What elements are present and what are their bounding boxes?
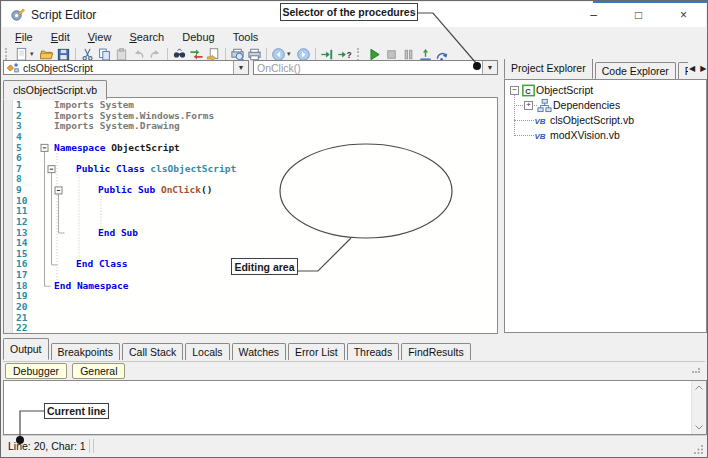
window-controls: – □ × [571,2,706,27]
code-line[interactable]: 10 [4,196,497,207]
debugger-channel-button[interactable]: Debugger [5,363,67,379]
toolbar-group-grip [357,48,362,61]
editing-area-annotation: Editing area [231,258,298,275]
output-scrollbar[interactable] [691,381,706,434]
tab-findresults[interactable]: FindResults [401,343,470,360]
file-tab[interactable]: clsObjectScript.vb [3,80,107,100]
general-channel-button[interactable]: General [72,363,125,379]
svg-text:VB: VB [534,117,545,126]
scroll-down-icon[interactable] [692,421,706,434]
resize-grip[interactable] [694,444,704,454]
line-number: 22 [16,323,27,334]
menu-view[interactable]: View [79,29,121,45]
script-editor-window: Script Editor – □ × FileEditViewSearchDe… [0,0,708,458]
dependencies-icon [537,98,552,113]
code-line[interactable]: 22 [4,323,497,334]
status-divider [89,439,90,453]
line-number: 20 [16,302,27,313]
code-line[interactable]: 18End Namespace [4,281,497,292]
toolbar-separator [266,48,267,61]
tab-locals[interactable]: Locals [185,343,229,360]
dropdown-caret-icon[interactable]: ▾ [287,50,295,58]
code-line[interactable]: 8 [4,174,497,185]
menu-bar: FileEditViewSearchDebugTools [2,27,706,46]
tree-item-objectscript[interactable]: ObjectScript [536,84,593,96]
svg-text:?: ? [346,49,351,59]
code-line[interactable]: 9Public Sub OnClick() [4,185,497,196]
vb-file-icon: VB [534,113,549,128]
tab-threads[interactable]: Threads [347,343,400,360]
editor-lines: 1Imports System2Imports System.Windows.F… [4,100,497,334]
svg-text:C: C [525,87,531,96]
app-icon [10,7,25,22]
tab-propert[interactable]: Propert [678,62,688,79]
code-line[interactable]: 14 [4,238,497,249]
menu-file[interactable]: File [6,29,42,45]
toolbar-separator [315,48,316,61]
channels-grip[interactable] [691,366,701,374]
object-selector-dropdown-button[interactable]: ▼ [233,61,248,74]
collapse-icon[interactable]: − [510,86,519,95]
output-channels-row: DebuggerGeneral [3,361,705,379]
tab-scroll-right-icon[interactable]: ▶ [699,63,707,74]
tab-project-explorer[interactable]: Project Explorer [504,59,593,79]
menu-tools[interactable]: Tools [224,29,268,45]
tree-connector [514,95,515,136]
close-button[interactable]: × [661,2,706,27]
tree-connector [514,120,534,121]
code-line[interactable]: 12 [4,217,497,228]
menu-debug[interactable]: Debug [173,29,223,45]
project-explorer-tree[interactable]: −CObjectScript+DependenciesVBclsObjectSc… [504,79,707,333]
tree-item-dependencies[interactable]: Dependencies [553,99,620,111]
toolbar-grip[interactable] [5,48,10,60]
maximize-button[interactable]: □ [616,2,661,27]
code-line[interactable]: 5Namespace ObjectScript [4,143,497,154]
window-frame: Script Editor – □ × FileEditViewSearchDe… [0,0,708,458]
project-icon: C [521,83,536,98]
tab-watches[interactable]: Watches [232,343,286,360]
class-icon [6,60,20,75]
tab-call-stack[interactable]: Call Stack [122,343,183,360]
status-divider [93,439,94,453]
top-accent-line [593,1,708,3]
menu-search[interactable]: Search [120,29,173,45]
expand-icon[interactable]: + [524,101,533,110]
file-tab-label: clsObjectScript.vb [13,84,97,96]
code-line[interactable]: 11 [4,206,497,217]
procedure-selector[interactable]: OnClick() ▼ [253,60,498,75]
tab-scroll-left-icon[interactable]: ◀ [688,63,696,74]
menu-edit[interactable]: Edit [42,29,79,45]
tab-output[interactable]: Output [3,338,49,360]
caret-position: Line: 20, Char: 1 [8,440,86,452]
toolbar-separator [225,48,226,61]
tab-breakpoints[interactable]: Breakpoints [51,343,120,360]
vb-file-icon: VB [534,128,549,143]
current-line-annotation: Current line [44,403,109,419]
tab-code-explorer[interactable]: Code Explorer [595,62,676,79]
object-selector[interactable]: clsObjectScript ▼ [3,60,249,75]
toolbar-separator [75,48,76,61]
code-line[interactable]: 13End Sub [4,228,497,239]
tab-error-list[interactable]: Error List [288,343,345,360]
code-editor[interactable]: 1Imports System2Imports System.Windows.F… [3,97,498,334]
scroll-up-icon[interactable] [692,381,706,394]
minimize-button[interactable]: – [571,2,616,27]
tree-item-clsobjectscript-vb[interactable]: clsObjectScript.vb [550,114,634,126]
code-line[interactable]: 3Imports System.Drawing [4,121,497,132]
svg-text:VB: VB [534,132,545,141]
procedure-selector-dropdown-button[interactable]: ▼ [482,61,497,74]
tree-connector [514,135,534,136]
line-number: 4 [16,132,22,143]
right-panel-tabs: Project ExplorerCode ExplorerPropert [504,59,688,79]
tab-scroll-arrows: ◀ ▶ [688,63,707,74]
code-line[interactable]: 19 [4,291,497,302]
object-selector-value: clsObjectScript [20,62,233,74]
code-line[interactable]: 20 [4,302,497,313]
code-line[interactable]: 7Public Class clsObjectScript [4,164,497,175]
procedures-annotation: Selector of the procedures [280,3,418,21]
tree-item-modxvision-vb[interactable]: modXVision.vb [550,129,620,141]
toolbar-separator [167,48,168,61]
code-line[interactable]: 21 [4,313,497,324]
dropdown-caret-icon[interactable]: ▾ [30,50,38,58]
bottom-panel-tabs: OutputBreakpointsCall StackLocalsWatches… [3,338,473,360]
